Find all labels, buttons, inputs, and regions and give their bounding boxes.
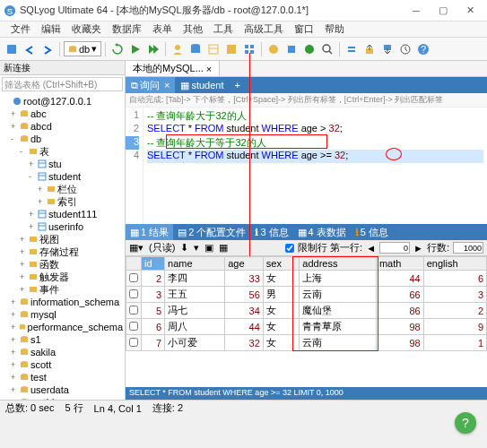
filter-icon[interactable]: ▦ bbox=[219, 242, 228, 254]
menu-other[interactable]: 其他 bbox=[178, 22, 208, 37]
tab-add[interactable]: + bbox=[230, 78, 246, 92]
sql-editor[interactable]: 1 2 3 4 -- 查询年龄大于32的人 SELECT * FROM stud… bbox=[126, 108, 487, 224]
code-line[interactable]: -- 查询年龄大于32的人 bbox=[147, 109, 483, 123]
menu-fav[interactable]: 收藏夹 bbox=[66, 22, 107, 37]
form-icon[interactable] bbox=[223, 41, 239, 57]
result-grid[interactable]: idnameagesexaddressmathenglish2李四33女上海44… bbox=[126, 256, 487, 387]
user-icon[interactable] bbox=[170, 41, 186, 57]
tree-node[interactable]: +abcd bbox=[2, 120, 123, 133]
table-row[interactable]: 5冯七34女魔仙堡862 bbox=[126, 303, 487, 319]
rows-input[interactable] bbox=[453, 242, 483, 254]
connection-tab[interactable]: 本地的MySQL...× bbox=[126, 61, 220, 76]
menu-advtools[interactable]: 高级工具 bbox=[239, 22, 289, 37]
grid-view-icon[interactable]: ▦▾ bbox=[129, 242, 143, 254]
schedule-icon[interactable] bbox=[397, 41, 413, 57]
tree-node[interactable]: +触发器 bbox=[2, 271, 123, 283]
result-tab-3[interactable]: ℹ3 信息 bbox=[250, 224, 292, 241]
table-row[interactable]: 6周八44女青青草原989 bbox=[126, 319, 487, 335]
undo-icon[interactable] bbox=[22, 41, 38, 57]
tab-student[interactable]: ▦student bbox=[175, 78, 229, 93]
menu-file[interactable]: 文件 bbox=[5, 22, 36, 37]
export-icon[interactable]: ⬇ bbox=[180, 242, 188, 254]
row-checkbox[interactable] bbox=[129, 338, 138, 347]
filter-input[interactable]: 筛选表格 (Ctrl+Shift+B) bbox=[2, 77, 123, 91]
tree-node[interactable]: -db bbox=[2, 133, 123, 145]
code-line[interactable]: -- 查询年龄大于等于32的人 bbox=[147, 136, 483, 150]
col-header[interactable]: address bbox=[300, 257, 377, 271]
first-row-input[interactable] bbox=[379, 242, 410, 254]
code-line[interactable]: SELECT * FROM student WHERE age >= 32; bbox=[147, 150, 483, 163]
close-icon[interactable]: × bbox=[206, 64, 212, 74]
tree-node[interactable]: +abc bbox=[2, 108, 123, 120]
menu-table[interactable]: 表单 bbox=[147, 22, 178, 37]
col-header[interactable]: sex bbox=[263, 257, 299, 271]
tree-node[interactable]: +performance_schema bbox=[2, 321, 123, 333]
tree-node[interactable]: +s1 bbox=[2, 333, 123, 346]
menu-edit[interactable]: 编辑 bbox=[36, 22, 66, 37]
col-header[interactable]: id bbox=[142, 257, 165, 271]
menu-database[interactable]: 数据库 bbox=[107, 22, 147, 37]
search-icon[interactable] bbox=[319, 41, 335, 57]
tree-node[interactable]: -表 bbox=[2, 145, 123, 158]
close-button[interactable]: ✕ bbox=[457, 2, 483, 20]
close-icon[interactable]: × bbox=[164, 80, 170, 90]
result-tab-5[interactable]: ℹ5 信息 bbox=[351, 224, 393, 241]
tree-node[interactable]: +userinfo bbox=[2, 220, 123, 233]
row-checkbox[interactable] bbox=[129, 289, 138, 298]
row-checkbox[interactable] bbox=[129, 306, 138, 314]
limit-checkbox[interactable] bbox=[285, 244, 294, 253]
code-area[interactable]: -- 查询年龄大于32的人 SELECT * FROM student WHER… bbox=[143, 108, 487, 224]
table-row[interactable]: 7小可爱32女云南981 bbox=[126, 335, 487, 351]
import-icon[interactable] bbox=[379, 41, 396, 57]
run-all-icon[interactable] bbox=[145, 41, 161, 57]
grid-icon[interactable] bbox=[241, 41, 257, 57]
table-row[interactable]: 2李四33女上海446 bbox=[126, 271, 487, 287]
db-icon[interactable] bbox=[187, 41, 204, 57]
refresh-icon[interactable] bbox=[109, 41, 126, 57]
tool2-icon[interactable] bbox=[283, 41, 300, 57]
table-row[interactable]: 3王五56男云南663 bbox=[126, 287, 487, 303]
menu-help[interactable]: 帮助 bbox=[319, 22, 350, 37]
tree-node[interactable]: +stu bbox=[2, 158, 123, 170]
object-tree[interactable]: root@127.0.0.1 +abc+abcd-db-表+stu-studen… bbox=[0, 93, 125, 400]
next-icon[interactable]: ► bbox=[413, 243, 423, 254]
col-header[interactable]: age bbox=[225, 257, 264, 271]
tool-icon[interactable]: ▾ bbox=[194, 242, 199, 254]
col-header[interactable]: math bbox=[376, 257, 423, 271]
tree-node[interactable]: +栏位 bbox=[2, 183, 123, 195]
tree-node[interactable]: -student bbox=[2, 170, 123, 183]
db-selector[interactable]: db ▾ bbox=[64, 41, 101, 56]
new-conn-icon[interactable] bbox=[4, 41, 20, 57]
col-header[interactable] bbox=[126, 257, 142, 271]
help-fab[interactable]: ? bbox=[455, 412, 476, 434]
tree-node[interactable]: +函数 bbox=[2, 258, 123, 271]
tree-node[interactable]: +world bbox=[2, 396, 123, 400]
col-header[interactable]: name bbox=[165, 257, 225, 271]
menu-tools[interactable]: 工具 bbox=[208, 22, 239, 37]
row-checkbox[interactable] bbox=[129, 322, 138, 331]
tree-node[interactable]: +information_schema bbox=[2, 296, 123, 308]
tree-node[interactable]: +存储过程 bbox=[2, 246, 123, 258]
tree-node[interactable]: +事件 bbox=[2, 283, 123, 296]
tool3-icon[interactable] bbox=[301, 41, 317, 57]
tree-node[interactable]: +userdata bbox=[2, 383, 123, 396]
row-checkbox[interactable] bbox=[129, 273, 138, 282]
tree-node[interactable]: +sakila bbox=[2, 346, 123, 358]
redo-icon[interactable] bbox=[39, 41, 56, 57]
tree-node[interactable]: +scott bbox=[2, 358, 123, 371]
tree-node[interactable]: +索引 bbox=[2, 195, 123, 208]
tree-node[interactable]: +视图 bbox=[2, 233, 123, 246]
help-icon[interactable]: ? bbox=[415, 41, 431, 57]
sidebar-tab[interactable]: 新连接 bbox=[0, 61, 125, 75]
tree-node[interactable]: +test bbox=[2, 371, 123, 383]
copy-icon[interactable]: ▣ bbox=[204, 242, 213, 254]
code-line[interactable]: SELECT * FROM student WHERE age > 32; bbox=[147, 123, 483, 136]
result-tab-4[interactable]: ▦4 表数据 bbox=[293, 224, 351, 241]
export-icon[interactable] bbox=[361, 41, 378, 57]
result-tab-2[interactable]: ▤2 个配置文件 bbox=[173, 224, 250, 241]
menu-window[interactable]: 窗口 bbox=[289, 22, 319, 37]
prev-icon[interactable]: ◄ bbox=[366, 243, 376, 254]
tree-root[interactable]: root@127.0.0.1 bbox=[2, 95, 123, 108]
minimize-button[interactable]: ─ bbox=[403, 2, 430, 20]
sync-icon[interactable] bbox=[344, 41, 360, 57]
